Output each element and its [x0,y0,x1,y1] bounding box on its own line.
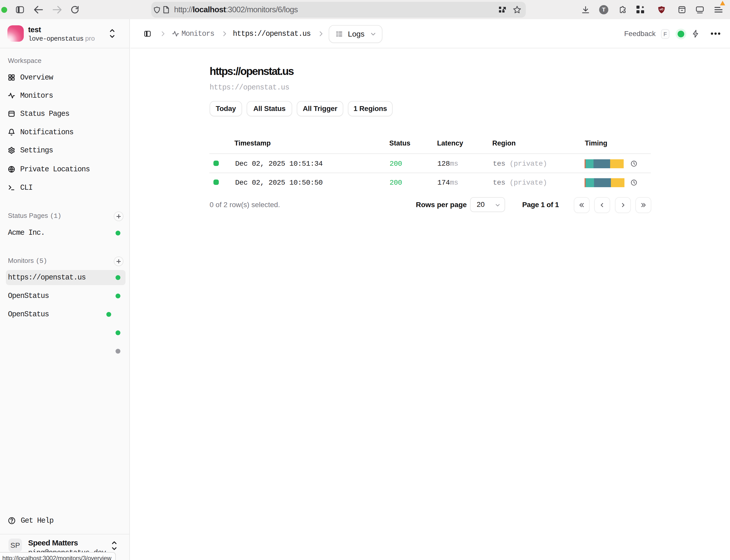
svg-text:uO: uO [660,8,664,11]
